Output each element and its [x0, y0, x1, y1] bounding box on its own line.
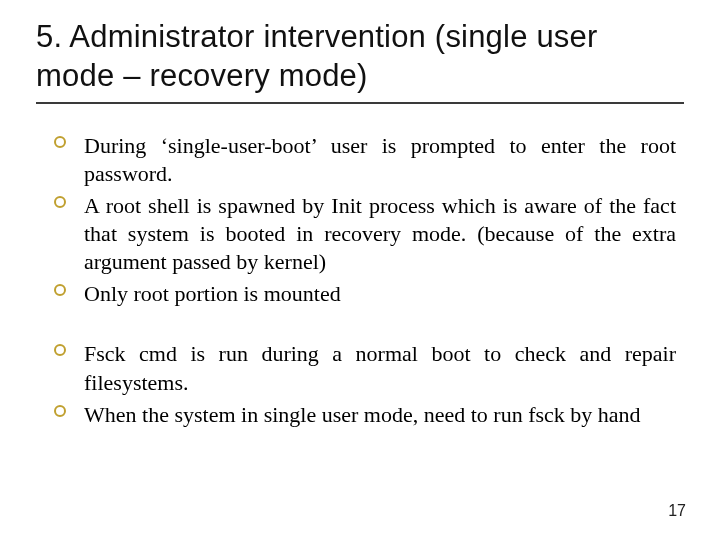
bullet-icon [54, 405, 66, 417]
bullet-list-1: During ‘single-user-boot’ user is prompt… [84, 132, 676, 309]
bullet-list-2: Fsck cmd is run during a normal boot to … [84, 340, 676, 428]
bullet-text: Fsck cmd is run during a normal boot to … [84, 341, 676, 394]
bullet-text: During ‘single-user-boot’ user is prompt… [84, 133, 676, 186]
content-area: During ‘single-user-boot’ user is prompt… [36, 132, 684, 429]
paragraph-gap [84, 312, 676, 340]
list-item: When the system in single user mode, nee… [84, 401, 676, 429]
list-item: Only root portion is mounted [84, 280, 676, 308]
page-number: 17 [668, 502, 686, 520]
bullet-text: When the system in single user mode, nee… [84, 402, 641, 427]
list-item: During ‘single-user-boot’ user is prompt… [84, 132, 676, 188]
bullet-text: Only root portion is mounted [84, 281, 341, 306]
list-item: Fsck cmd is run during a normal boot to … [84, 340, 676, 396]
bullet-icon [54, 344, 66, 356]
bullet-text: A root shell is spawned by Init process … [84, 193, 676, 274]
title-container: 5. Administrator intervention (single us… [36, 18, 684, 104]
bullet-icon [54, 196, 66, 208]
slide: 5. Administrator intervention (single us… [0, 0, 720, 540]
slide-title: 5. Administrator intervention (single us… [36, 18, 684, 96]
list-item: A root shell is spawned by Init process … [84, 192, 676, 276]
bullet-icon [54, 284, 66, 296]
bullet-icon [54, 136, 66, 148]
